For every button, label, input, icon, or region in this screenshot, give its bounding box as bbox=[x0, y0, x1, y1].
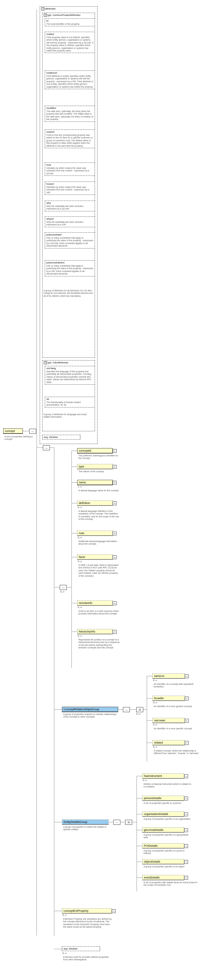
conceptid-desc: The preferred unambiguous identifier for… bbox=[77, 454, 121, 460]
organisationdetails: organisationDetails bbox=[142, 811, 184, 817]
remoteinfo-occ: 0..∞ bbox=[78, 606, 82, 608]
attr-custom: custom If set to true the corresponding … bbox=[45, 129, 95, 148]
main-vertical-line bbox=[37, 10, 37, 935]
connector bbox=[137, 798, 142, 799]
connector bbox=[137, 846, 142, 846]
narrower: narrower bbox=[153, 718, 185, 723]
geoareadetails: geoAreaDetails bbox=[142, 827, 184, 833]
group-icon: ☰ bbox=[44, 361, 47, 364]
remoteinfo-desc: A link to an item or a web resource whic… bbox=[77, 609, 121, 616]
expand-icon[interactable]: + bbox=[113, 555, 116, 559]
child-name: name bbox=[77, 480, 113, 485]
connector bbox=[147, 698, 153, 698]
children-seq: — bbox=[60, 585, 67, 590]
hasinstrument-occ: 0..∞ bbox=[143, 779, 147, 781]
expand-icon[interactable]: + bbox=[112, 909, 116, 913]
anyother-occ: 0..∞ bbox=[62, 952, 67, 954]
expand-icon[interactable]: + bbox=[113, 601, 116, 605]
type-desc: The nature of the concept. bbox=[77, 470, 121, 474]
children-seq-occ: 0..∞ bbox=[61, 590, 64, 593]
related-desc: A related concept, where the relationshi… bbox=[153, 749, 202, 756]
attr-how: how Indicates by which means the value w… bbox=[45, 162, 95, 176]
facet-desc: In NAR 1.8 and later, facet is deprecate… bbox=[77, 563, 121, 578]
connector bbox=[54, 911, 62, 911]
expand-icon[interactable]: + bbox=[185, 719, 189, 722]
connector bbox=[147, 743, 153, 743]
expand-icon[interactable]: + bbox=[184, 860, 188, 864]
connector bbox=[54, 949, 62, 949]
persondetails: personDetails bbox=[142, 795, 184, 801]
concept-root: concept bbox=[3, 428, 23, 434]
note-occ: 0..∞ bbox=[78, 536, 82, 539]
cep-occ: 0..∞ bbox=[62, 914, 67, 916]
expand-icon[interactable]: + bbox=[184, 797, 188, 800]
broader: broader bbox=[153, 696, 185, 701]
cep-desc: Extension Property; the semantics are de… bbox=[62, 917, 114, 929]
connector bbox=[37, 447, 43, 448]
child-note: note bbox=[77, 531, 113, 536]
sameas-desc: An identifier of a concept with equivale… bbox=[153, 682, 196, 689]
cpa-group-desc: A group of attributes for all elements o… bbox=[43, 290, 93, 298]
child-hierarchyinfo: hierarchyInfo bbox=[77, 629, 113, 635]
connector bbox=[72, 503, 77, 503]
any-other-bottom: any: ##other bbox=[62, 947, 100, 951]
definition-desc: A natural language definition of the sem… bbox=[77, 509, 121, 522]
expand-icon[interactable]: + bbox=[113, 449, 116, 453]
expand-icon[interactable]: + bbox=[184, 813, 188, 816]
children-inner-vline bbox=[72, 451, 72, 668]
organisationdetails-desc: A group of properties specific to an org… bbox=[142, 817, 193, 821]
concept-desc: A set of properties defining a concept bbox=[3, 435, 36, 441]
crg-choice: ⊟ bbox=[136, 707, 143, 712]
expand-icon[interactable]: + bbox=[113, 630, 116, 634]
hasinstrument-desc: Defines a financial instrument which is … bbox=[142, 782, 193, 789]
expand-icon[interactable]: + bbox=[185, 697, 189, 700]
connector bbox=[50, 447, 54, 448]
crg-seq: — bbox=[123, 707, 130, 712]
connector bbox=[23, 431, 29, 431]
broader-occ: 0..∞ bbox=[153, 702, 157, 703]
any-other-attr: any: ##other bbox=[42, 435, 80, 439]
i18n-title: grp: i18nAttributes bbox=[48, 361, 68, 364]
concept-relationships-group: ConceptRelationshipsGroup bbox=[62, 707, 118, 712]
expand-icon[interactable]: + bbox=[184, 828, 188, 832]
attr-creatoruri: creatoruri If the attribute is empty, sp… bbox=[45, 70, 95, 89]
expand-icon[interactable]: + bbox=[113, 481, 116, 485]
cpa-title: grp: commonPowerAttributes bbox=[48, 14, 80, 16]
crg-desc: A group of properites required to indica… bbox=[62, 713, 120, 719]
expand-icon[interactable]: + bbox=[185, 675, 189, 678]
child-facet: facet bbox=[77, 554, 113, 560]
definition-occ: 0..∞ bbox=[78, 506, 82, 508]
broader-desc: An identifier of a more generic concept. bbox=[153, 705, 196, 708]
related-occ: 0..∞ bbox=[153, 746, 157, 748]
facet-occ: 0..∞ bbox=[78, 560, 82, 562]
child-conceptid: conceptId bbox=[77, 448, 113, 453]
expand-icon[interactable]: + bbox=[113, 465, 116, 469]
connector bbox=[130, 709, 136, 710]
connector bbox=[72, 466, 77, 467]
i18n-group-desc: A group of attributes for language and s… bbox=[43, 413, 93, 418]
hierarchyinfo-desc: Represents the position of a concept in … bbox=[77, 638, 121, 650]
expand-icon[interactable]: + bbox=[185, 741, 189, 745]
expand-icon[interactable]: + bbox=[184, 774, 188, 778]
expand-icon[interactable]: + bbox=[184, 844, 188, 848]
connector bbox=[137, 814, 142, 815]
connector bbox=[137, 830, 142, 830]
edg-choice: ⊟ bbox=[125, 820, 132, 825]
attr-pubconstraint: pubconstraint One or many constraints th… bbox=[45, 232, 95, 248]
connector bbox=[54, 709, 62, 710]
attributes-icon: ☰ bbox=[41, 7, 45, 11]
objectdetails-desc: A group of properties specific to an obj… bbox=[142, 865, 193, 869]
hasinstrument: hasInstrument bbox=[142, 773, 184, 779]
sequence-indicator: — bbox=[29, 429, 36, 434]
expand-icon[interactable]: + bbox=[113, 531, 116, 535]
child-definition: definition bbox=[77, 501, 113, 506]
child-sequence: — bbox=[43, 445, 50, 450]
group-icon: ☰ bbox=[44, 14, 47, 17]
related: related bbox=[153, 740, 185, 746]
expand-icon[interactable]: + bbox=[184, 876, 188, 880]
poidetails: POIDetails bbox=[142, 843, 184, 849]
connector bbox=[72, 533, 77, 533]
entity-details-group: EntityDetailsGroup bbox=[62, 819, 108, 825]
edg-vline bbox=[137, 776, 137, 891]
expand-icon[interactable]: + bbox=[113, 501, 116, 505]
